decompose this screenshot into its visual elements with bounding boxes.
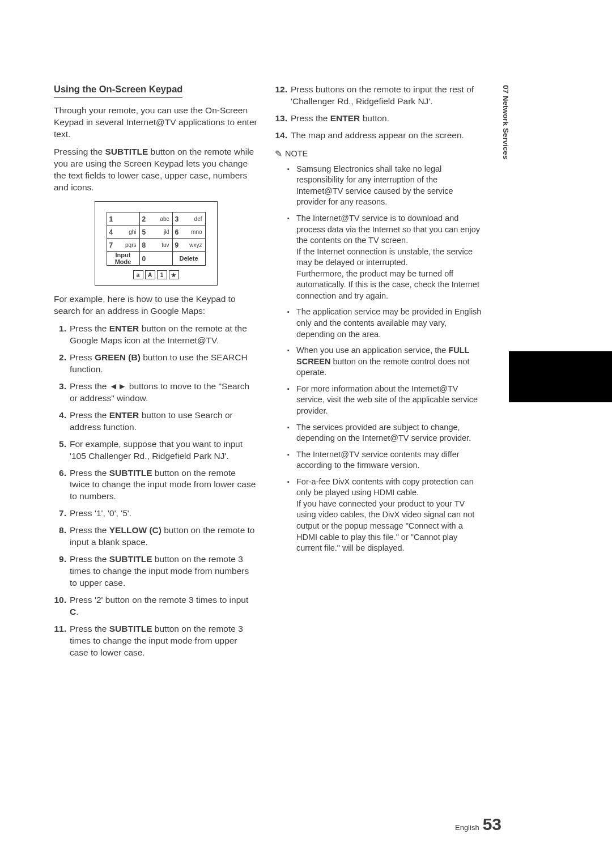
note-bullet: Samsung Electronics shall take no legal … (287, 164, 484, 208)
step-text: For example, suppose that you want to in… (70, 439, 258, 462)
content-area: Using the On-Screen Keypad Through your … (54, 84, 484, 663)
keypad-key: 1 (107, 212, 139, 225)
step-text: Press the SUBTITLE button on the remote … (70, 554, 258, 589)
keypad-key: 2abc (139, 212, 172, 225)
list-item: 3.Press the ◄► buttons to move to the "S… (54, 381, 258, 405)
step-number: 12. (275, 84, 291, 108)
keypad-key: 5jkl (139, 225, 172, 239)
list-item: 2.Press GREEN (B) button to use the SEAR… (54, 352, 258, 376)
keypad-key: 3def (172, 212, 205, 225)
note-bullet: The application service may be provided … (287, 307, 484, 340)
step-number: 9. (54, 554, 70, 589)
keypad-key: 7pqrs (107, 239, 139, 252)
step-number: 14. (275, 130, 291, 142)
text-span: Pressing the (54, 147, 105, 156)
mode-box: ★ (169, 270, 179, 279)
mode-box: a (133, 270, 143, 279)
keypad-key: 9wxyz (172, 239, 205, 252)
step-number: 11. (54, 623, 70, 659)
list-item: 8.Press the YELLOW (C) button on the rem… (54, 525, 258, 548)
keypad-key: 8tuv (139, 239, 172, 252)
keypad-key: 4ghi (107, 225, 139, 239)
side-black-block (509, 351, 612, 402)
list-item: 9.Press the SUBTITLE button on the remot… (54, 554, 258, 589)
mode-box: 1 (157, 270, 167, 279)
step-number: 4. (54, 410, 70, 433)
example-intro: For example, here is how to use the Keyp… (54, 293, 258, 317)
list-item: 7.Press '1', '0', '5'. (54, 508, 258, 520)
step-text: Press the ◄► buttons to move to the "Sea… (70, 381, 258, 405)
step-number: 8. (54, 525, 70, 548)
note-bullet: When you use an application service, the… (287, 345, 484, 378)
page-number: 53 (483, 815, 502, 834)
step-number: 2. (54, 352, 70, 376)
note-bullet: The Internet@TV service contents may dif… (287, 449, 484, 471)
note-bullet: For-a-fee DivX contents with copy protec… (287, 476, 484, 554)
left-column: Using the On-Screen Keypad Through your … (54, 84, 258, 663)
list-item: 5.For example, suppose that you want to … (54, 439, 258, 462)
keypad-key: 6mno (172, 225, 205, 239)
steps-list-cont: 12.Press buttons on the remote to input … (275, 84, 484, 142)
step-number: 13. (275, 113, 291, 125)
list-item: 12.Press buttons on the remote to input … (275, 84, 484, 108)
keypad-wrapper: 12abc3def4ghi5jkl6mno7pqrs8tuv9wxyzInput… (54, 201, 258, 286)
keypad-input-mode: Input Mode (107, 252, 139, 266)
step-number: 1. (54, 323, 70, 347)
step-number: 6. (54, 467, 70, 503)
keypad: 12abc3def4ghi5jkl6mno7pqrs8tuv9wxyzInput… (95, 201, 218, 286)
footer-language: English (455, 823, 479, 832)
step-number: 10. (54, 594, 70, 618)
list-item: 6.Press the SUBTITLE button on the remot… (54, 467, 258, 503)
list-item: 13.Press the ENTER button. (275, 113, 484, 125)
step-number: 5. (54, 439, 70, 462)
mode-row: aA1★ (133, 270, 179, 279)
step-text: Press GREEN (B) button to use the SEARCH… (70, 352, 258, 376)
section-heading: Using the On-Screen Keypad (54, 84, 182, 98)
note-bullet: The Internet@TV service is to download a… (287, 213, 484, 302)
step-text: Press the ENTER button to use Search or … (70, 410, 258, 433)
step-text: Press '1', '0', '5'. (70, 508, 258, 520)
mode-box: A (145, 270, 155, 279)
list-item: 1.Press the ENTER button on the remote a… (54, 323, 258, 347)
step-text: Press the ENTER button on the remote at … (70, 323, 258, 347)
step-text: Press the SUBTITLE button on the remote … (70, 623, 258, 659)
page-footer: English 53 (455, 815, 502, 834)
step-text: Press the SUBTITLE button on the remote … (70, 467, 258, 503)
side-tab-chapter: 07 Network Services (502, 85, 510, 159)
note-bullet: The services provided are subject to cha… (287, 422, 484, 444)
note-label: NOTE (285, 149, 308, 158)
note-icon: ✎ (275, 148, 282, 159)
note-heading: ✎ NOTE (275, 148, 484, 159)
intro-paragraph-1: Through your remote, you can use the On-… (54, 105, 258, 141)
step-text: Press '2' button on the remote 3 times t… (70, 594, 258, 618)
keypad-key: 0 (139, 252, 172, 266)
step-text: Press the YELLOW (C) button on the remot… (70, 525, 258, 548)
note-bullet: For more information about the Internet@… (287, 384, 484, 417)
right-column: 12.Press buttons on the remote to input … (275, 84, 484, 663)
keypad-grid: 12abc3def4ghi5jkl6mno7pqrs8tuv9wxyzInput… (107, 212, 206, 266)
step-number: 3. (54, 381, 70, 405)
list-item: 4.Press the ENTER button to use Search o… (54, 410, 258, 433)
steps-list: 1.Press the ENTER button on the remote a… (54, 323, 258, 658)
step-text: Press the ENTER button. (291, 113, 484, 125)
step-text: Press buttons on the remote to input the… (291, 84, 484, 108)
list-item: 10.Press '2' button on the remote 3 time… (54, 594, 258, 618)
step-text: The map and address appear on the screen… (291, 130, 484, 142)
list-item: 11.Press the SUBTITLE button on the remo… (54, 623, 258, 659)
subtitle-bold: SUBTITLE (105, 147, 148, 156)
step-number: 7. (54, 508, 70, 520)
intro-paragraph-2: Pressing the SUBTITLE button on the remo… (54, 146, 258, 194)
note-bullets: Samsung Electronics shall take no legal … (275, 164, 484, 554)
keypad-delete: Delete (172, 252, 205, 266)
list-item: 14.The map and address appear on the scr… (275, 130, 484, 142)
